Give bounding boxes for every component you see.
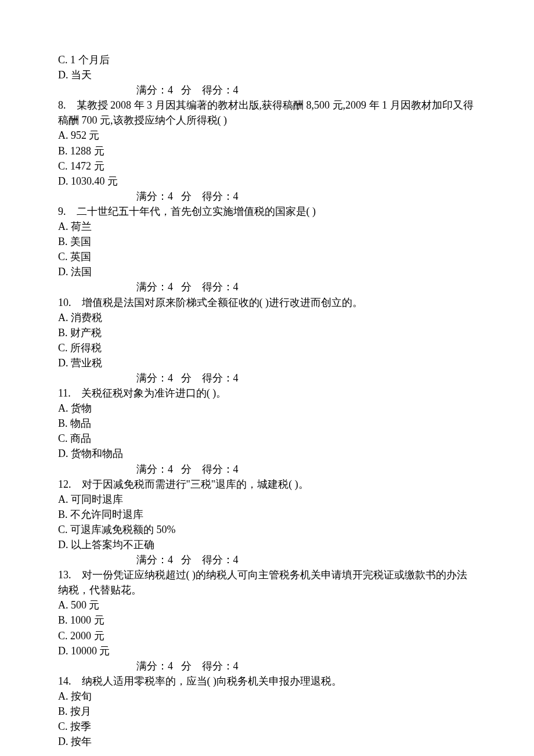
orphan-option-c: C. 1 个月后 [58,52,476,67]
question-9-option-c: C. 英国 [58,249,476,264]
score-line: 满分：4 分 得分：4 [58,658,476,674]
score-line: 满分：4 分 得分：4 [58,82,476,98]
question-10-option-a: A. 消费税 [58,310,476,325]
question-11-option-a: A. 货物 [58,401,476,416]
question-8-option-c: C. 1472 元 [58,159,476,174]
question-14-stem: 14. 纳税人适用零税率的，应当( )向税务机关申报办理退税。 [58,674,476,689]
question-14-option-b: B. 按月 [58,704,476,719]
question-13-option-a: A. 500 元 [58,597,476,613]
question-12-option-b: B. 不允许同时退库 [58,507,476,522]
question-14-option-c: C. 按季 [58,719,476,734]
question-12-number: 12. [58,477,71,492]
question-14-text: 纳税人适用零税率的，应当( )向税务机关申报办理退税。 [82,675,342,687]
question-12-option-c: C. 可退库减免税额的 50% [58,522,476,537]
question-9-stem: 9. 二十世纪五十年代，首先创立实施增值税的国家是( ) [58,204,476,219]
question-13-option-b: B. 1000 元 [58,613,476,628]
question-9-option-d: D. 法国 [58,264,476,279]
score-line: 满分：4 分 得分：4 [58,370,476,386]
question-12-stem: 12. 对于因减免税而需进行"三税"退库的，城建税( )。 [58,477,476,492]
question-11-option-b: B. 物品 [58,416,476,431]
question-9-text: 二十世纪五十年代，首先创立实施增值税的国家是( ) [77,206,316,217]
question-11-option-c: C. 商品 [58,431,476,446]
question-14-option-d: D. 按年 [58,734,476,749]
question-8-option-d: D. 1030.40 元 [58,174,476,189]
question-10-number: 10. [58,295,71,310]
question-10-option-c: C. 所得税 [58,340,476,355]
question-11-number: 11. [58,386,71,401]
score-line: 满分：4 分 得分：4 [58,552,476,567]
question-13-text: 对一份凭证应纳税超过( )的纳税人可向主管税务机关申请填开完税证或缴款书的办法纳… [58,569,467,596]
question-8-option-b: B. 1288 元 [58,143,476,159]
question-12-option-d: D. 以上答案均不正确 [58,537,476,552]
question-12-option-a: A. 可同时退库 [58,492,476,507]
score-line: 满分：4 分 得分：4 [58,189,476,204]
question-11-stem: 11. 关税征税对象为准许进口的( )。 [58,386,476,401]
question-11-option-d: D. 货物和物品 [58,446,476,461]
question-10-option-b: B. 财产税 [58,325,476,340]
question-8-stem: 8. 某教授 2008 年 3 月因其编著的教材出版,获得稿酬 8,500 元,… [58,98,476,128]
question-9-option-b: B. 美国 [58,234,476,249]
question-9-option-a: A. 荷兰 [58,219,476,234]
question-14-number: 14. [58,674,71,689]
question-10-option-d: D. 营业税 [58,355,476,370]
orphan-option-d: D. 当天 [58,67,476,82]
question-8-number: 8. [58,98,66,113]
question-13-option-c: C. 2000 元 [58,628,476,643]
question-9-number: 9. [58,204,66,219]
score-line: 满分：4 分 得分：4 [58,279,476,294]
question-10-stem: 10. 增值税是法国对原来阶梯式全额征收的( )进行改进而创立的。 [58,295,476,310]
question-10-text: 增值税是法国对原来阶梯式全额征收的( )进行改进而创立的。 [82,297,363,308]
question-13-stem: 13. 对一份凭证应纳税超过( )的纳税人可向主管税务机关申请填开完税证或缴款书… [58,567,476,597]
question-14-option-a: A. 按旬 [58,689,476,704]
question-11-text: 关税征税对象为准许进口的( )。 [81,387,227,399]
score-line: 满分：4 分 得分：4 [58,462,476,477]
question-8-text: 某教授 2008 年 3 月因其编著的教材出版,获得稿酬 8,500 元,200… [58,99,474,126]
question-13-option-d: D. 10000 元 [58,643,476,658]
question-13-number: 13. [58,567,71,582]
question-8-option-a: A. 952 元 [58,128,476,143]
question-12-text: 对于因减免税而需进行"三税"退库的，城建税( )。 [82,478,309,490]
